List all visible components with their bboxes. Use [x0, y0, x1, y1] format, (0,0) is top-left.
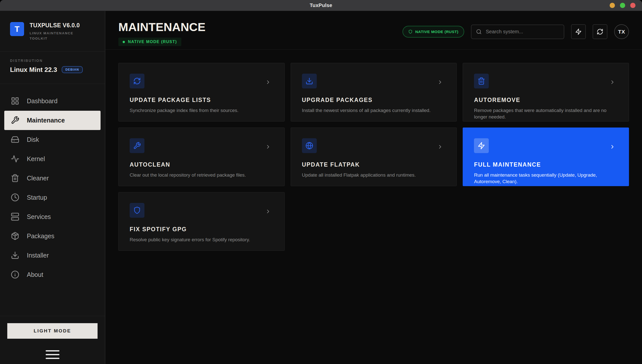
activity-icon: [11, 155, 19, 163]
card-title: UPDATE PACKAGE LISTS: [130, 97, 273, 103]
card-update-flatpak[interactable]: UPDATE FLATPAK Update all installed Flat…: [291, 128, 457, 186]
sidebar-item-kernel[interactable]: Kernel: [4, 149, 101, 169]
card-icon-tile: [130, 138, 144, 153]
card-description: Resolve public key signature errors for …: [130, 236, 273, 243]
sidebar-item-label: Cleaner: [27, 175, 49, 182]
trash-icon: [11, 174, 19, 182]
sidebar-nav: Dashboard Maintenance Disk Kernel Cleane…: [0, 84, 105, 289]
sidebar-item-label: Dashboard: [27, 97, 57, 105]
card-fix-spotify-gpg[interactable]: FIX SPOTIFY GPG Resolve public key signa…: [118, 192, 285, 251]
sidebar-item-services[interactable]: Services: [4, 207, 101, 226]
main-header: MAINTENANCE NATIVE MODE (RUST) NATIVE MO…: [105, 11, 642, 50]
sidebar-item-cleaner[interactable]: Cleaner: [4, 169, 101, 188]
chevron-right-icon: [265, 79, 271, 85]
zap-icon: [477, 142, 485, 150]
card-title: UPDATE FLATPAK: [302, 161, 446, 168]
sidebar-item-startup[interactable]: Startup: [4, 188, 101, 207]
card-title: FIX SPOTIFY GPG: [130, 226, 273, 233]
refresh-icon: [597, 28, 603, 35]
shield-icon: [133, 206, 141, 214]
light-mode-button[interactable]: LIGHT MODE: [7, 323, 98, 339]
minimize-button[interactable]: [610, 3, 615, 8]
search-box[interactable]: [471, 25, 564, 39]
card-title: AUTOCLEAN: [130, 161, 273, 168]
native-mode-badge: NATIVE MODE (RUST): [118, 38, 181, 46]
maintenance-cards-grid: UPDATE PACKAGE LISTS Synchronize package…: [105, 50, 642, 251]
card-title: FULL MAINTENANCE: [474, 161, 618, 168]
sidebar-spacer: [0, 289, 105, 316]
sidebar-item-label: Startup: [27, 194, 47, 201]
chevron-right-icon: [265, 144, 271, 150]
menu-icon[interactable]: [46, 350, 59, 359]
card-icon-tile: [474, 138, 489, 153]
card-update-package-lists[interactable]: UPDATE PACKAGE LISTS Synchronize package…: [118, 63, 285, 122]
sidebar-item-label: Packages: [27, 232, 54, 240]
hard-drive-icon: [11, 135, 19, 144]
sidebar-item-disk[interactable]: Disk: [4, 130, 101, 149]
clock-icon: [11, 193, 19, 202]
native-mode-badge-label: NATIVE MODE (RUST): [128, 40, 177, 44]
info-icon: [11, 270, 19, 279]
app-logo-letter: T: [15, 25, 20, 34]
trash-icon: [477, 77, 485, 85]
app-logo: T: [10, 22, 24, 36]
globe-icon: [305, 142, 313, 150]
card-autoremove[interactable]: AUTOREMOVE Remove packages that were aut…: [463, 63, 629, 122]
download-icon: [11, 251, 19, 260]
native-mode-pill-label: NATIVE MODE (RUST): [415, 30, 458, 34]
wrench-icon: [11, 116, 19, 125]
status-dot-icon: [123, 41, 125, 43]
chevron-right-icon: [609, 144, 615, 150]
close-button[interactable]: [630, 3, 635, 8]
app-window: TuxPulse T TUXPULSE V6.0.0 LINUX MAINTEN…: [0, 0, 642, 364]
card-icon-tile: [130, 74, 144, 88]
sidebar-item-about[interactable]: About: [4, 265, 101, 284]
page-title: MAINTENANCE: [118, 20, 205, 34]
sidebar-item-packages[interactable]: Packages: [4, 226, 101, 246]
sidebar-item-installer[interactable]: Installer: [4, 246, 101, 265]
refresh-icon: [133, 77, 141, 85]
chevron-right-icon: [437, 144, 443, 150]
card-description: Clear out the local repository of retrie…: [130, 172, 273, 178]
card-description: Remove packages that were automatically …: [474, 107, 618, 120]
search-input[interactable]: [485, 29, 559, 35]
card-icon-tile: [302, 74, 317, 88]
app-logo-section: T TUXPULSE V6.0.0 LINUX MAINTENANCE TOOL…: [0, 11, 105, 52]
sidebar-item-label: Installer: [27, 252, 49, 259]
distribution-label: DISTRIBUTION: [10, 59, 95, 63]
card-icon-tile: [474, 74, 489, 88]
card-description: Synchronize package index files from the…: [130, 107, 273, 114]
sidebar-item-label: About: [27, 271, 43, 278]
distribution-name: Linux Mint 22.3: [10, 66, 57, 74]
card-full-maintenance[interactable]: FULL MAINTENANCE Run all maintenance tas…: [463, 128, 629, 186]
card-autoclean[interactable]: AUTOCLEAN Clear out the local repository…: [118, 128, 285, 186]
sidebar-item-maintenance[interactable]: Maintenance: [4, 111, 101, 130]
avatar[interactable]: TX: [614, 24, 629, 39]
app-name: TUXPULSE V6.0.0: [30, 22, 87, 29]
quick-actions-button[interactable]: [571, 24, 586, 39]
card-upgrade-packages[interactable]: UPGRADE PACKAGES Install the newest vers…: [291, 63, 457, 122]
avatar-initials: TX: [618, 29, 625, 35]
card-description: Update all installed Flatpak application…: [302, 172, 446, 178]
chevron-right-icon: [437, 79, 443, 85]
search-icon: [476, 29, 482, 35]
native-mode-pill: NATIVE MODE (RUST): [403, 26, 464, 38]
window-title: TuxPulse: [310, 3, 332, 8]
sidebar-item-dashboard[interactable]: Dashboard: [4, 91, 101, 111]
card-title: UPGRADE PACKAGES: [302, 97, 446, 103]
sidebar-footer: LIGHT MODE: [0, 316, 105, 364]
download-icon: [305, 77, 313, 85]
chevron-right-icon: [265, 208, 271, 214]
maximize-button[interactable]: [620, 3, 625, 8]
sidebar: T TUXPULSE V6.0.0 LINUX MAINTENANCE TOOL…: [0, 11, 105, 364]
sidebar-item-label: Services: [27, 213, 51, 220]
refresh-button[interactable]: [593, 24, 607, 39]
zap-icon: [575, 28, 582, 35]
card-description: Install the newest versions of all packa…: [302, 107, 446, 114]
window-controls: [610, 0, 635, 11]
sidebar-item-label: Kernel: [27, 155, 45, 163]
card-icon-tile: [302, 138, 317, 153]
sidebar-item-label: Maintenance: [27, 117, 65, 124]
shield-icon: [408, 30, 413, 34]
distribution-section: DISTRIBUTION Linux Mint 22.3 DEBIAN: [0, 52, 105, 84]
